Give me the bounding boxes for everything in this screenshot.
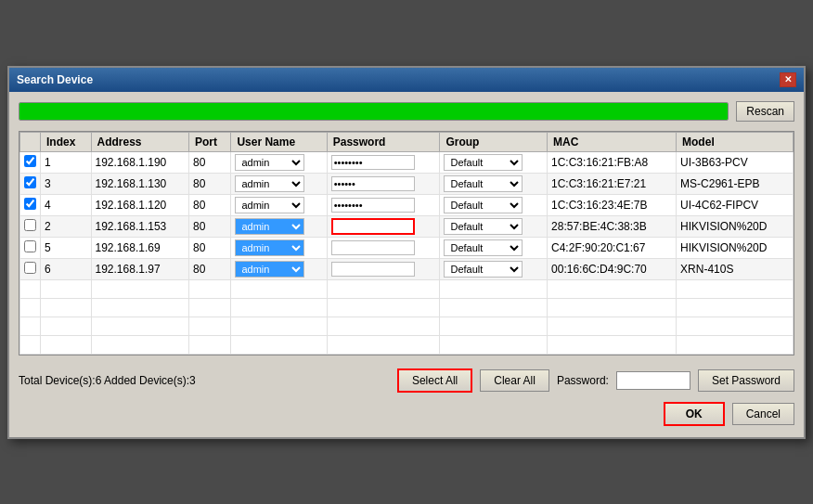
search-device-dialog: Search Device ✕ Rescan Index Address Por… bbox=[7, 66, 806, 439]
row-group-cell[interactable]: Default bbox=[440, 258, 548, 279]
title-bar: Search Device ✕ bbox=[9, 68, 804, 92]
row-password-input[interactable] bbox=[331, 198, 415, 213]
row-checkbox[interactable] bbox=[24, 155, 36, 167]
row-index: 6 bbox=[41, 258, 92, 279]
set-password-button[interactable]: Set Password bbox=[698, 369, 794, 392]
row-checkbox[interactable] bbox=[24, 240, 36, 252]
row-checkbox[interactable] bbox=[24, 219, 36, 231]
status-text: Total Device(s):6 Added Device(s):3 bbox=[19, 374, 390, 387]
row-group-select[interactable]: Default bbox=[444, 239, 523, 256]
row-mac: 28:57:BE:4C:38:3B bbox=[548, 215, 677, 237]
row-username-cell[interactable]: admin bbox=[231, 258, 327, 279]
row-index: 1 bbox=[41, 151, 92, 173]
row-checkbox-cell[interactable] bbox=[20, 173, 41, 194]
row-username-cell[interactable]: admin bbox=[231, 194, 327, 215]
row-model: HIKVISION%20D bbox=[677, 215, 794, 237]
row-checkbox[interactable] bbox=[24, 198, 36, 210]
row-mac: C4:2F:90:20:C1:67 bbox=[548, 237, 677, 258]
row-password-input[interactable] bbox=[331, 155, 415, 170]
row-mac: 1C:C3:16:23:4E:7B bbox=[548, 194, 677, 215]
dialog-title: Search Device bbox=[17, 73, 93, 86]
row-checkbox[interactable] bbox=[24, 262, 36, 274]
row-checkbox-cell[interactable] bbox=[20, 215, 41, 237]
row-username-select[interactable]: admin bbox=[235, 239, 304, 256]
col-mac: MAC bbox=[548, 132, 677, 151]
row-model: HIKVISION%20D bbox=[677, 237, 794, 258]
row-password-cell[interactable] bbox=[327, 173, 440, 194]
device-table: Index Address Port User Name Password Gr… bbox=[19, 132, 794, 355]
row-group-cell[interactable]: Default bbox=[440, 194, 548, 215]
row-username-select[interactable]: admin bbox=[235, 175, 304, 192]
dialog-body: Rescan Index Address Port User Name Pass… bbox=[9, 92, 804, 437]
row-checkbox-cell[interactable] bbox=[20, 258, 41, 279]
ok-button[interactable]: OK bbox=[664, 402, 725, 426]
row-index: 5 bbox=[41, 237, 92, 258]
select-all-button[interactable]: Select All bbox=[397, 368, 472, 393]
row-username-cell[interactable]: admin bbox=[231, 173, 327, 194]
col-index: Index bbox=[41, 132, 92, 151]
row-group-select[interactable]: Default bbox=[444, 154, 523, 171]
col-model: Model bbox=[677, 132, 794, 151]
row-index: 3 bbox=[41, 173, 92, 194]
row-checkbox-cell[interactable] bbox=[20, 194, 41, 215]
row-username-cell[interactable]: admin bbox=[231, 215, 327, 237]
row-mac: 1C:C3:16:21:E7:21 bbox=[548, 173, 677, 194]
row-password-input[interactable] bbox=[331, 218, 415, 235]
row-password-cell[interactable] bbox=[327, 237, 440, 258]
progress-bar-track bbox=[19, 102, 729, 121]
table-row: 4192.168.1.12080adminDefault1C:C3:16:23:… bbox=[20, 194, 794, 215]
row-password-input[interactable] bbox=[331, 176, 415, 191]
row-model: MS-C2961-EPB bbox=[677, 173, 794, 194]
row-username-select[interactable]: admin bbox=[235, 197, 304, 213]
row-group-select[interactable]: Default bbox=[444, 261, 523, 278]
col-port: Port bbox=[188, 132, 230, 151]
row-password-cell[interactable] bbox=[327, 194, 440, 215]
row-group-cell[interactable]: Default bbox=[440, 215, 548, 237]
row-model: UI-3B63-PCV bbox=[677, 151, 794, 173]
device-table-container: Index Address Port User Name Password Gr… bbox=[19, 131, 794, 355]
row-password-input[interactable] bbox=[331, 262, 415, 277]
row-username-select[interactable]: admin bbox=[235, 261, 304, 278]
col-password: Password bbox=[327, 132, 440, 151]
row-group-select[interactable]: Default bbox=[444, 175, 523, 192]
row-group-select[interactable]: Default bbox=[444, 197, 523, 213]
row-address: 192.168.1.97 bbox=[91, 258, 188, 279]
row-password-input[interactable] bbox=[331, 240, 415, 255]
row-model: UI-4C62-FIPCV bbox=[677, 194, 794, 215]
row-address: 192.168.1.190 bbox=[91, 151, 188, 173]
row-password-cell[interactable] bbox=[327, 258, 440, 279]
table-header-row: Index Address Port User Name Password Gr… bbox=[20, 132, 794, 151]
row-group-cell[interactable]: Default bbox=[440, 173, 548, 194]
row-group-select[interactable]: Default bbox=[444, 218, 523, 235]
row-password-cell[interactable] bbox=[327, 215, 440, 237]
row-username-cell[interactable]: admin bbox=[231, 151, 327, 173]
row-port: 80 bbox=[188, 237, 230, 258]
row-checkbox-cell[interactable] bbox=[20, 237, 41, 258]
col-username: User Name bbox=[231, 132, 327, 151]
table-row: 5192.168.1.6980adminDefaultC4:2F:90:20:C… bbox=[20, 237, 794, 258]
row-model: XRN-410S bbox=[677, 258, 794, 279]
row-username-select[interactable]: admin bbox=[235, 154, 304, 171]
row-port: 80 bbox=[188, 173, 230, 194]
row-address: 192.168.1.153 bbox=[91, 215, 188, 237]
close-button[interactable]: ✕ bbox=[780, 72, 796, 87]
table-row: 1192.168.1.19080adminDefault1C:C3:16:21:… bbox=[20, 151, 794, 173]
clear-all-button[interactable]: Clear All bbox=[480, 369, 549, 392]
row-password-cell[interactable] bbox=[327, 151, 440, 173]
password-input[interactable] bbox=[616, 371, 690, 390]
row-group-cell[interactable]: Default bbox=[440, 151, 548, 173]
row-mac: 1C:C3:16:21:FB:A8 bbox=[548, 151, 677, 173]
rescan-button[interactable]: Rescan bbox=[736, 101, 794, 122]
row-group-cell[interactable]: Default bbox=[440, 237, 548, 258]
row-username-select[interactable]: admin bbox=[235, 218, 304, 235]
row-address: 192.168.1.130 bbox=[91, 173, 188, 194]
bottom-bar: Total Device(s):6 Added Device(s):3 Sele… bbox=[19, 365, 794, 396]
row-address: 192.168.1.69 bbox=[91, 237, 188, 258]
row-checkbox-cell[interactable] bbox=[20, 151, 41, 173]
progress-bar-fill bbox=[19, 103, 728, 120]
col-checkbox bbox=[20, 132, 41, 151]
row-port: 80 bbox=[188, 194, 230, 215]
row-checkbox[interactable] bbox=[24, 176, 36, 188]
cancel-button[interactable]: Cancel bbox=[732, 403, 794, 425]
row-username-cell[interactable]: admin bbox=[231, 237, 327, 258]
